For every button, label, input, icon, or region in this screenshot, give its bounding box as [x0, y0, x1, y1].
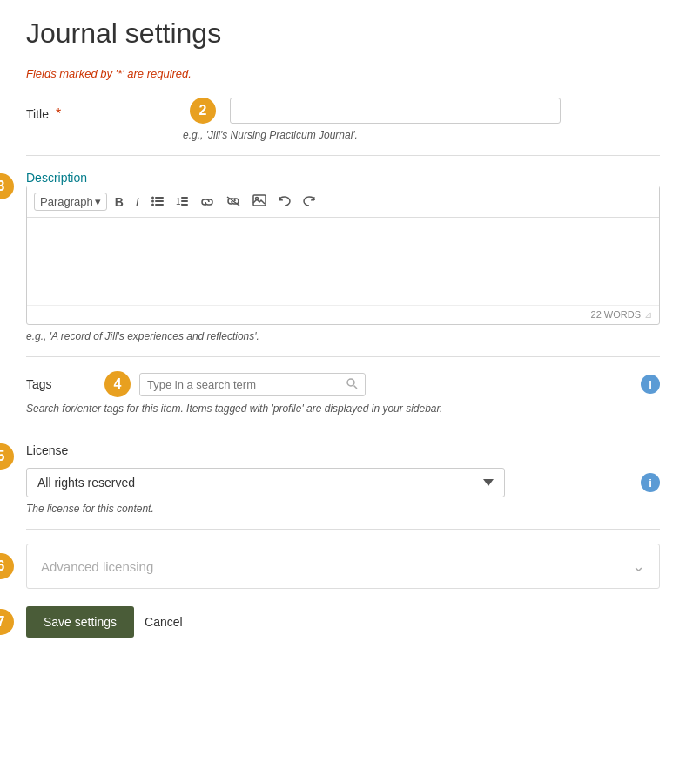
description-label: Description	[26, 171, 87, 185]
description-hint: e.g., 'A record of Jill's experiences an…	[26, 330, 660, 342]
license-hint: The license for this content.	[26, 503, 660, 515]
svg-rect-1	[155, 197, 164, 199]
step-badge-3: 3	[0, 173, 14, 199]
unlink-button[interactable]	[222, 193, 245, 212]
tags-search-input[interactable]	[147, 378, 346, 391]
page-title: Journal settings	[26, 17, 660, 50]
tags-info-icon[interactable]: i	[641, 375, 660, 394]
svg-rect-9	[181, 204, 188, 206]
cancel-button[interactable]: Cancel	[145, 615, 183, 629]
advanced-licensing-toggle[interactable]: Advanced licensing ⌄	[26, 544, 660, 589]
word-count: 22 WORDS ⊿	[27, 305, 659, 324]
advanced-chevron-icon: ⌄	[632, 557, 645, 576]
svg-point-13	[347, 379, 354, 386]
title-required-star: *	[56, 106, 61, 122]
bold-button[interactable]: B	[111, 193, 128, 212]
step-badge-4: 4	[104, 371, 131, 397]
step-badge-5: 5	[0, 443, 14, 470]
form-buttons: 7 Save settings Cancel	[26, 606, 660, 638]
description-body[interactable]	[27, 218, 659, 305]
tags-hint: Search for/enter tags for this item. Ite…	[26, 402, 660, 415]
unordered-list-button[interactable]	[147, 193, 168, 212]
undo-button[interactable]	[274, 193, 295, 212]
svg-point-4	[151, 203, 154, 206]
redo-button[interactable]	[299, 193, 319, 212]
tags-label: Tags	[26, 377, 96, 391]
image-button[interactable]	[248, 192, 271, 212]
format-label: Paragraph	[40, 195, 93, 208]
svg-rect-5	[155, 204, 164, 206]
required-note: Fields marked by '*' are required.	[26, 67, 660, 80]
tags-search-wrapper[interactable]	[139, 373, 366, 396]
step-badge-7: 7	[0, 609, 14, 635]
title-hint: e.g., 'Jill's Nursing Practicum Journal'…	[26, 129, 660, 141]
license-select[interactable]: All rights reserved	[26, 468, 505, 497]
license-info-icon[interactable]: i	[641, 473, 660, 492]
format-select[interactable]: Paragraph ▾	[34, 193, 107, 211]
svg-line-14	[354, 385, 358, 389]
svg-rect-8	[181, 200, 188, 202]
step-badge-2: 2	[190, 98, 216, 124]
ordered-list-button[interactable]: 1.	[172, 193, 192, 212]
search-icon	[346, 377, 358, 392]
format-chevron: ▾	[95, 195, 101, 208]
description-editor[interactable]: Paragraph ▾ B I 1.	[26, 186, 660, 325]
title-label: Title	[26, 107, 49, 121]
license-label: License	[26, 443, 68, 457]
link-button[interactable]	[196, 193, 219, 212]
save-button[interactable]: Save settings	[26, 606, 134, 638]
title-input[interactable]	[230, 98, 561, 124]
svg-rect-3	[155, 200, 164, 202]
italic-button[interactable]: I	[131, 193, 144, 212]
editor-toolbar: Paragraph ▾ B I 1.	[27, 186, 659, 218]
svg-point-2	[151, 199, 154, 202]
svg-point-0	[151, 196, 154, 199]
step-badge-6: 6	[0, 553, 14, 579]
advanced-licensing-label: Advanced licensing	[41, 559, 153, 574]
svg-rect-7	[181, 197, 188, 199]
